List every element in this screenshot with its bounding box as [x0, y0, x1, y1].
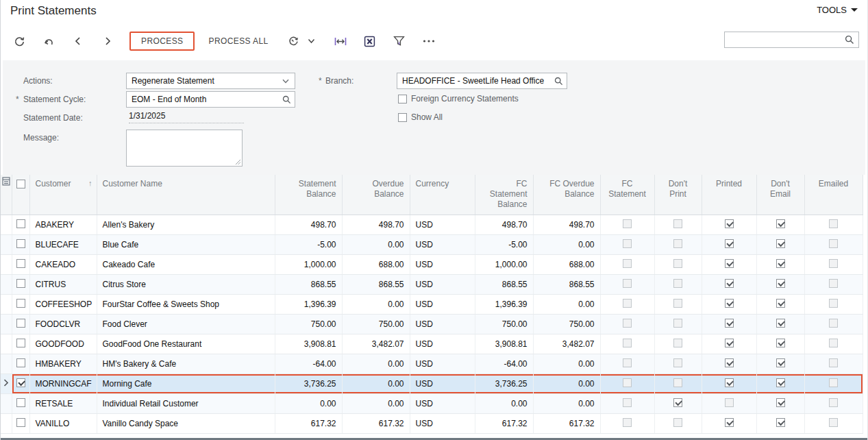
row-select-checkbox[interactable] — [16, 279, 25, 288]
grid-row-cakeado[interactable]: CAKEADOCakeado Cafe1,000.00688.00USD1,00… — [1, 254, 863, 274]
dont-email-checkbox[interactable] — [776, 259, 785, 268]
grid-settings-header[interactable] — [1, 175, 12, 215]
row-select-checkbox[interactable] — [16, 259, 25, 268]
printed-checkbox[interactable] — [725, 279, 734, 288]
emailed-checkbox[interactable] — [829, 319, 838, 328]
row-select-checkbox[interactable] — [16, 418, 25, 427]
dont-email-checkbox[interactable] — [776, 358, 785, 367]
column-header-overdue[interactable]: Overdue Balance — [342, 175, 410, 215]
fc-statement-checkbox[interactable] — [623, 279, 632, 288]
printed-checkbox[interactable] — [725, 239, 734, 248]
cancel-undo-button[interactable] — [40, 32, 58, 50]
resize-grip-icon[interactable] — [235, 159, 241, 165]
row-select-checkbox[interactable] — [16, 299, 25, 308]
grid-row-abakery[interactable]: ABAKERYAllen's Bakery498.70498.70USD498.… — [1, 215, 863, 234]
fit-to-screen-button[interactable] — [332, 32, 349, 50]
dont-email-checkbox[interactable] — [776, 279, 785, 288]
process-button[interactable]: PROCESS — [129, 32, 195, 51]
column-header-customer[interactable]: Customer↑ — [29, 175, 97, 215]
printed-checkbox[interactable] — [725, 339, 734, 347]
printed-checkbox[interactable] — [725, 358, 734, 367]
dont-print-checkbox[interactable] — [673, 339, 682, 347]
dont-email-checkbox[interactable] — [776, 299, 785, 308]
checkbox-box[interactable] — [398, 113, 407, 122]
fc-statement-checkbox[interactable] — [623, 219, 632, 228]
emailed-checkbox[interactable] — [829, 398, 838, 407]
fc-statement-checkbox[interactable] — [623, 378, 632, 387]
dont-print-checkbox[interactable] — [673, 319, 682, 328]
lookup-icon[interactable] — [554, 77, 563, 86]
message-textarea[interactable] — [127, 130, 242, 166]
row-select-checkbox[interactable] — [16, 319, 25, 328]
emailed-checkbox[interactable] — [829, 339, 838, 347]
dont-print-checkbox[interactable] — [673, 358, 682, 367]
column-header-currency[interactable]: Currency — [410, 175, 475, 215]
dont-print-checkbox[interactable] — [673, 299, 682, 308]
dont-email-checkbox[interactable] — [776, 239, 785, 248]
printed-checkbox[interactable] — [725, 378, 734, 387]
fc-statement-checkbox[interactable] — [623, 398, 632, 407]
grid-row-morningcaf[interactable]: MORNINGCAFMorning Cafe3,736.250.00USD3,7… — [1, 374, 863, 393]
export-to-excel-button[interactable] — [361, 32, 379, 50]
row-select-checkbox[interactable] — [16, 378, 25, 387]
column-header-fc-stmt[interactable]: FC Statement Balance — [475, 175, 533, 215]
fc-statement-checkbox[interactable] — [623, 358, 632, 367]
checkbox-box[interactable] — [398, 95, 407, 103]
dont-print-checkbox[interactable] — [673, 418, 682, 427]
grid-row-coffeeshop[interactable]: COFFEESHOPFourStar Coffee & Sweets Shop1… — [1, 294, 863, 314]
dont-print-checkbox[interactable] — [673, 378, 682, 387]
column-header-fc-statement[interactable]: FC Statement — [600, 175, 654, 215]
grid-row-foodclvr[interactable]: FOODCLVRFood Clever750.00750.00USD750.00… — [1, 314, 863, 334]
dont-print-checkbox[interactable] — [673, 398, 682, 407]
row-select-checkbox[interactable] — [16, 358, 25, 367]
printed-checkbox[interactable] — [725, 398, 734, 407]
dont-email-checkbox[interactable] — [776, 418, 785, 427]
column-header-printed[interactable]: Printed — [702, 175, 756, 215]
emailed-checkbox[interactable] — [829, 219, 838, 228]
row-select-checkbox[interactable] — [16, 398, 25, 407]
dont-email-checkbox[interactable] — [776, 219, 785, 228]
show-all-checkbox[interactable]: Show All — [398, 112, 443, 122]
printed-checkbox[interactable] — [725, 259, 734, 268]
row-select-checkbox[interactable] — [16, 239, 25, 248]
dont-print-checkbox[interactable] — [673, 239, 682, 248]
filter-button[interactable] — [390, 32, 408, 50]
emailed-checkbox[interactable] — [829, 358, 838, 367]
fc-statement-checkbox[interactable] — [623, 239, 632, 248]
emailed-checkbox[interactable] — [829, 299, 838, 308]
column-header-dont-print[interactable]: Don't Print — [654, 175, 702, 215]
actions-select[interactable]: Regenerate Statement — [126, 73, 295, 89]
emailed-checkbox[interactable] — [829, 378, 838, 387]
column-header-dont-email[interactable]: Don't Email — [756, 175, 804, 215]
fc-statement-checkbox[interactable] — [623, 339, 632, 347]
emailed-checkbox[interactable] — [829, 418, 838, 427]
refresh-button[interactable] — [10, 32, 28, 50]
process-all-button[interactable]: PROCESS ALL — [199, 32, 277, 51]
dont-print-checkbox[interactable] — [673, 279, 682, 288]
foreign-currency-checkbox[interactable]: Foreign Currency Statements — [398, 94, 519, 103]
emailed-checkbox[interactable] — [829, 239, 838, 248]
dont-email-checkbox[interactable] — [776, 378, 785, 387]
dont-email-checkbox[interactable] — [776, 339, 785, 347]
statement-cycle-lookup[interactable]: EOM - End of Month — [126, 91, 295, 108]
lookup-icon[interactable] — [282, 95, 291, 104]
printed-checkbox[interactable] — [725, 319, 734, 328]
dont-email-checkbox[interactable] — [776, 319, 785, 328]
column-header-stmt[interactable]: Statement Balance — [275, 175, 342, 215]
dont-print-checkbox[interactable] — [673, 259, 682, 268]
branch-lookup[interactable]: HEADOFFICE - SweetLife Head Office — [397, 73, 567, 89]
column-header-emailed[interactable]: Emailed — [804, 175, 863, 215]
select-all-header[interactable] — [12, 175, 29, 215]
grid-row-goodfood[interactable]: GOODFOODGoodFood One Restaurant3,908.813… — [1, 334, 863, 354]
printed-checkbox[interactable] — [725, 299, 734, 308]
previous-record-button[interactable] — [69, 32, 87, 50]
schedule-dropdown-button[interactable] — [306, 32, 318, 50]
printed-checkbox[interactable] — [725, 418, 734, 427]
emailed-checkbox[interactable] — [829, 279, 838, 288]
tools-menu-button[interactable]: TOOLS — [817, 5, 858, 15]
more-options-button[interactable] — [420, 32, 438, 50]
search-input[interactable] — [725, 33, 845, 47]
select-all-checkbox[interactable] — [16, 180, 25, 188]
fc-statement-checkbox[interactable] — [623, 299, 632, 308]
fc-statement-checkbox[interactable] — [623, 259, 632, 268]
